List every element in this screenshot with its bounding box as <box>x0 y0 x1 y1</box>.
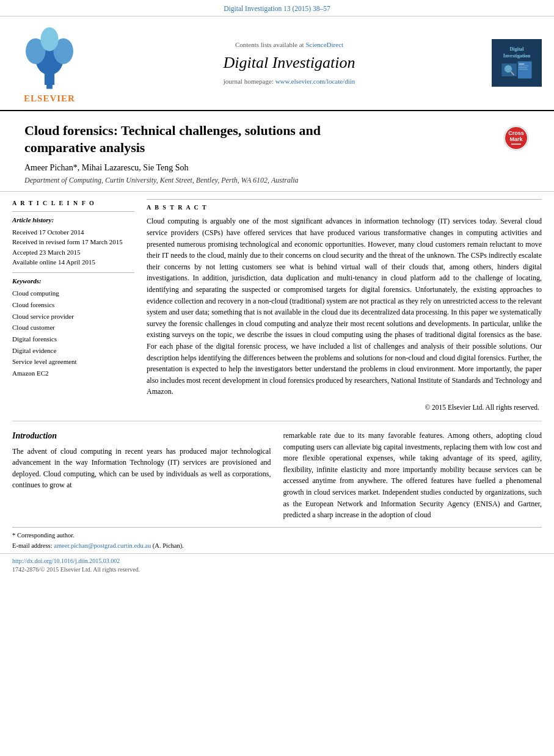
keyword-cloud-service-provider: Cloud service provider <box>12 311 134 322</box>
journal-title-section: Contents lists available at ScienceDirec… <box>89 40 489 86</box>
keyword-cloud-computing: Cloud computing <box>12 288 134 299</box>
corresponding-label: * Corresponding author. <box>12 532 75 539</box>
introduction-section: Introduction The advent of cloud computi… <box>0 430 554 521</box>
email-line: E-mail address: ameer.pichan@postgrad.cu… <box>12 541 542 551</box>
introduction-right-paragraph: remarkable rate due to its many favorabl… <box>283 430 542 521</box>
journal-cover-thumbnail: DigitalInvestigation <box>492 39 542 87</box>
crossmark-icon: Cross Mark <box>503 125 530 151</box>
history-label: Article history: <box>12 216 134 225</box>
article-title-section: Cross Mark Cloud forensics: Technical ch… <box>0 111 554 192</box>
accepted-date: Accepted 23 March 2015 <box>12 247 134 258</box>
svg-rect-10 <box>519 66 529 67</box>
doi-link[interactable]: http://dx.doi.org/10.1016/j.diin.2015.03… <box>12 558 120 564</box>
svg-rect-5 <box>46 81 53 89</box>
email-label: E-mail address: <box>12 542 53 549</box>
keyword-digital-forensics: Digital forensics <box>12 333 134 345</box>
journal-header: ELSEVIER Contents lists available at Sci… <box>0 16 554 111</box>
issn-line: 1742-2876/© 2015 Elsevier Ltd. All right… <box>12 565 542 574</box>
journal-name: Digital Investigation <box>89 52 489 74</box>
svg-text:Mark: Mark <box>509 136 523 142</box>
journal-citation-bar: Digital Investigation 13 (2015) 38–57 <box>0 0 554 16</box>
svg-text:Cross: Cross <box>508 130 524 136</box>
svg-point-4 <box>40 27 58 51</box>
abstract-block: A B S T R A C T Cloud computing is argua… <box>147 199 542 412</box>
keyword-service-level-agreement: Service level agreement <box>12 356 134 368</box>
footnote-area: * Corresponding author. E-mail address: … <box>12 527 542 551</box>
elsevier-brand-text: ELSEVIER <box>24 92 75 105</box>
received-date: Received 17 October 2014 <box>12 227 134 238</box>
abstract-column: A B S T R A C T Cloud computing is argua… <box>147 199 542 412</box>
elsevier-logo-section: ELSEVIER <box>10 21 89 105</box>
doi-line: http://dx.doi.org/10.1016/j.diin.2015.03… <box>12 557 542 565</box>
svg-point-13 <box>505 65 512 73</box>
corresponding-author-line: * Corresponding author. <box>12 531 542 541</box>
revised-date: Received in revised form 17 March 2015 <box>12 237 134 247</box>
email-suffix: (A. Pichan). <box>153 542 184 549</box>
abstract-text: Cloud computing is arguably one of the m… <box>147 216 542 398</box>
introduction-left-column: Introduction The advent of cloud computi… <box>12 430 271 521</box>
authors-line: Ameer Pichan*, Mihai Lazarescu, Sie Teng… <box>24 162 530 174</box>
author-email-link[interactable]: ameer.pichan@postgrad.curtin.edu.au <box>54 542 151 549</box>
journal-homepage-link[interactable]: www.elsevier.com/locate/diin <box>275 78 355 85</box>
journal-citation-text: Digital Investigation 13 (2015) 38–57 <box>224 5 330 12</box>
article-history-block: Article history: Received 17 October 201… <box>12 211 134 267</box>
sciencedirect-link[interactable]: ScienceDirect <box>305 41 343 48</box>
article-main-title: Cloud forensics: Technical challenges, s… <box>24 122 354 157</box>
crossmark-area: Cross Mark <box>503 125 530 154</box>
copyright-line: © 2015 Elsevier Ltd. All rights reserved… <box>147 402 542 412</box>
keyword-amazon-ec2: Amazon EC2 <box>12 368 134 379</box>
introduction-right-column: remarkable rate due to its many favorabl… <box>283 430 542 521</box>
keywords-label: Keywords: <box>12 277 134 286</box>
cover-image-icon <box>498 59 535 81</box>
online-date: Available online 14 April 2015 <box>12 257 134 267</box>
keyword-cloud-forensics: Cloud forensics <box>12 299 134 311</box>
introduction-heading: Introduction <box>12 430 271 442</box>
article-info-label: A R T I C L E I N F O <box>12 199 134 208</box>
section-divider <box>12 421 542 421</box>
introduction-left-paragraph: The advent of cloud computing in recent … <box>12 446 271 491</box>
journal-thumbnail-section: DigitalInvestigation <box>489 39 544 87</box>
keywords-block: Keywords: Cloud computing Cloud forensic… <box>12 272 134 379</box>
contents-available-text: Contents lists available at ScienceDirec… <box>89 40 489 49</box>
article-info-abstract-section: A R T I C L E I N F O Article history: R… <box>0 192 554 412</box>
article-info-column: A R T I C L E I N F O Article history: R… <box>12 199 134 412</box>
affiliation-line: Department of Computing, Curtin Universi… <box>24 175 530 186</box>
keyword-digital-evidence: Digital evidence <box>12 345 134 357</box>
journal-homepage-line: journal homepage: www.elsevier.com/locat… <box>89 77 489 86</box>
bottom-bar: http://dx.doi.org/10.1016/j.diin.2015.03… <box>0 553 554 577</box>
abstract-label: A B S T R A C T <box>147 203 542 212</box>
svg-rect-9 <box>519 64 525 65</box>
keyword-cloud-customer: Cloud customer <box>12 322 134 333</box>
svg-rect-11 <box>519 67 527 68</box>
svg-rect-12 <box>519 69 528 70</box>
elsevier-tree-icon <box>10 21 89 91</box>
